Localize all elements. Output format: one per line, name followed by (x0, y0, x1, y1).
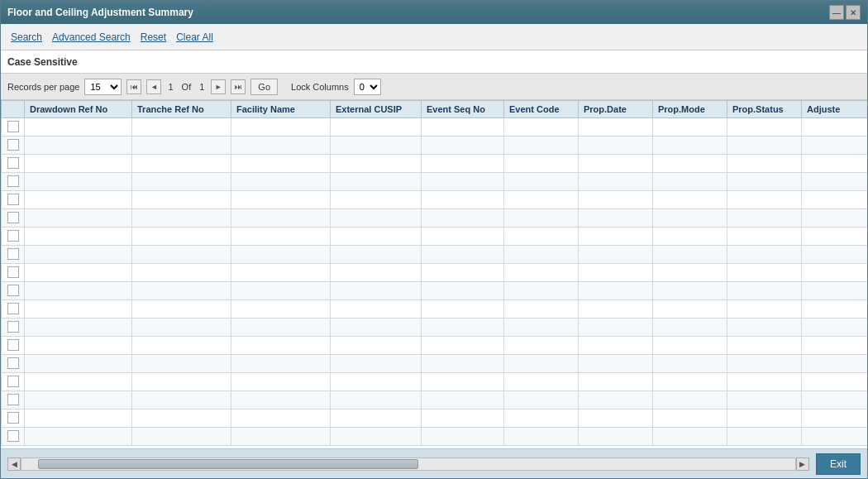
col-header-tranche: Tranche Ref No (132, 101, 231, 118)
minimize-button[interactable]: — (829, 5, 844, 20)
of-label: Of (182, 82, 192, 92)
table-row (2, 300, 868, 319)
row-checkbox[interactable] (7, 394, 19, 405)
row-checkbox[interactable] (7, 321, 19, 333)
col-header-facility: Facility Name (231, 101, 331, 118)
col-header-prop-mode: Prop.Mode (653, 101, 727, 118)
case-sensitive-bar: Case Sensitive (1, 50, 867, 74)
table-row (2, 246, 868, 264)
scrollbar-track[interactable] (21, 457, 796, 471)
search-button[interactable]: Search (7, 30, 45, 45)
table-row (2, 373, 868, 391)
row-checkbox[interactable] (7, 303, 19, 314)
records-per-page-label: Records per page (7, 82, 79, 92)
total-pages: 1 (199, 82, 204, 92)
prev-page-button[interactable]: ◄ (146, 79, 161, 94)
next-page-button[interactable]: ► (211, 79, 226, 94)
table-row (2, 209, 868, 228)
data-table: Drawdown Ref No Tranche Ref No Facility … (1, 100, 867, 446)
table-row (2, 228, 868, 246)
table-row (2, 264, 868, 282)
table-row (2, 428, 868, 446)
clear-all-button[interactable]: Clear All (173, 30, 217, 45)
row-checkbox[interactable] (7, 121, 19, 132)
table-row (2, 391, 868, 410)
table-row (2, 282, 868, 300)
pagination-bar: Records per page 15 25 50 100 ⏮ ◄ 1 Of 1… (1, 74, 867, 100)
row-checkbox[interactable] (7, 412, 19, 424)
table-row (2, 173, 868, 191)
row-checkbox[interactable] (7, 194, 19, 205)
table-row (2, 319, 868, 337)
current-page: 1 (168, 82, 173, 92)
table-row (2, 410, 868, 428)
table-row (2, 137, 868, 155)
horizontal-scrollbar[interactable]: ◀ ▶ (7, 457, 809, 471)
col-header-cusip: External CUSIP (331, 101, 422, 118)
lock-columns-label: Lock Columns (291, 82, 349, 92)
row-checkbox[interactable] (7, 266, 19, 278)
table-row (2, 191, 868, 209)
row-checkbox[interactable] (7, 248, 19, 260)
row-checkbox[interactable] (7, 285, 19, 296)
case-sensitive-label: Case Sensitive (7, 56, 78, 68)
col-header-event-seq: Event Seq No (422, 101, 504, 118)
first-page-button[interactable]: ⏮ (126, 79, 141, 94)
row-checkbox[interactable] (7, 430, 19, 442)
go-button[interactable]: Go (250, 79, 278, 95)
close-button[interactable]: ✕ (846, 5, 861, 20)
col-header-adjusted: Adjuste (802, 101, 868, 118)
table-container: Drawdown Ref No Tranche Ref No Facility … (1, 100, 867, 448)
table-header-row: Drawdown Ref No Tranche Ref No Facility … (2, 101, 868, 118)
row-checkbox[interactable] (7, 175, 19, 187)
exit-button[interactable]: Exit (816, 453, 861, 475)
reset-button[interactable]: Reset (137, 30, 169, 45)
row-checkbox[interactable] (7, 212, 19, 223)
title-bar-controls: — ✕ (829, 5, 861, 20)
main-window: Floor and Ceiling Adjustment Summary — ✕… (0, 0, 868, 479)
scroll-right-arrow[interactable]: ▶ (796, 457, 809, 471)
col-header-prop-date: Prop.Date (579, 101, 653, 118)
last-page-button[interactable]: ⏭ (231, 79, 246, 94)
scrollbar-thumb[interactable] (38, 459, 418, 469)
row-checkbox[interactable] (7, 157, 19, 169)
row-checkbox[interactable] (7, 357, 19, 369)
table-row (2, 337, 868, 355)
title-bar: Floor and Ceiling Adjustment Summary — ✕ (1, 1, 867, 24)
table-row (2, 118, 868, 137)
col-header-drawdown: Drawdown Ref No (25, 101, 132, 118)
row-checkbox[interactable] (7, 339, 19, 351)
row-checkbox[interactable] (7, 376, 19, 387)
records-per-page-select[interactable]: 15 25 50 100 (84, 79, 122, 95)
bottom-bar: ◀ ▶ Exit (1, 448, 867, 478)
col-header-event-code: Event Code (504, 101, 579, 118)
col-header-prop-status: Prop.Status (727, 101, 802, 118)
scroll-left-arrow[interactable]: ◀ (7, 457, 21, 471)
table-body (2, 118, 868, 446)
advanced-search-button[interactable]: Advanced Search (49, 30, 134, 45)
lock-columns-select[interactable]: 0 1 2 3 4 (354, 79, 381, 95)
window-title: Floor and Ceiling Adjustment Summary (7, 7, 193, 18)
toolbar: Search Advanced Search Reset Clear All (1, 24, 867, 50)
col-header-checkbox (2, 101, 25, 118)
table-row (2, 355, 868, 373)
table-row (2, 155, 868, 173)
row-checkbox[interactable] (7, 139, 19, 151)
row-checkbox[interactable] (7, 230, 19, 242)
